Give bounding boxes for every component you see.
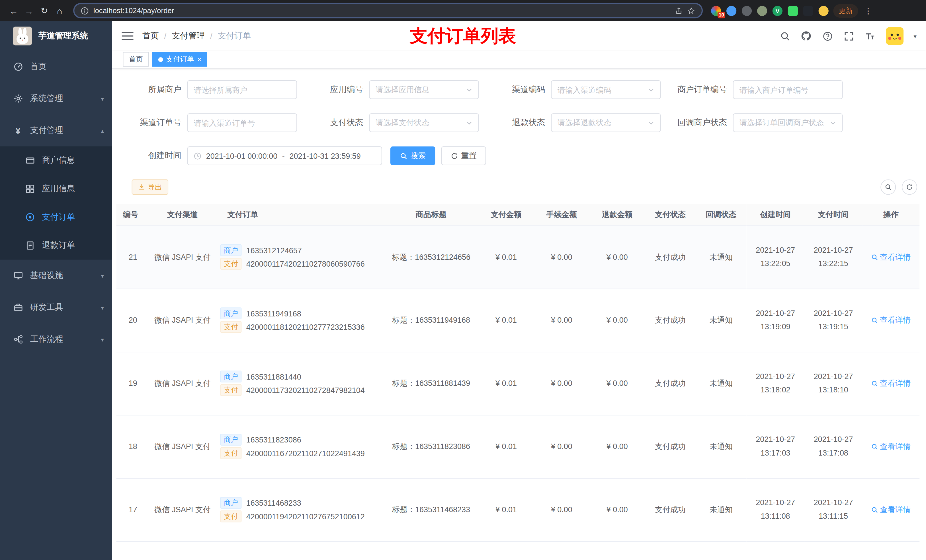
share-icon[interactable]: [675, 7, 683, 15]
user-avatar[interactable]: [886, 27, 903, 45]
site-info-icon[interactable]: [81, 7, 89, 15]
sidebar-item-dev-tools[interactable]: 研发工具 ▾: [0, 292, 112, 323]
reset-button-label: 重置: [461, 151, 477, 161]
sidebar-item-label: 商户信息: [42, 155, 75, 166]
merchant-order-no-input[interactable]: [740, 85, 836, 94]
sidebar-item-refund-order[interactable]: 退款订单: [0, 231, 112, 260]
merchant-select[interactable]: [187, 80, 297, 99]
col-pay-order: 支付订单: [220, 204, 384, 226]
view-detail-link[interactable]: 查看详情: [871, 315, 911, 325]
extension-icon-4[interactable]: [757, 6, 767, 16]
sidebar-item-app-info[interactable]: 应用信息: [0, 175, 112, 203]
help-icon[interactable]: [822, 30, 833, 42]
refresh-table-button[interactable]: [902, 179, 917, 195]
extension-icon-3[interactable]: [742, 6, 752, 16]
extension-icon-5[interactable]: V: [773, 6, 782, 16]
cell-action: 查看详情: [862, 288, 920, 352]
cell-action: 查看详情: [862, 415, 920, 478]
table-row: 21 微信 JSAPI 支付 商户 1635312124657 支付 42000…: [117, 225, 920, 288]
breadcrumb-payment[interactable]: 支付管理: [172, 31, 205, 41]
cell-pay-status: 支付成功: [645, 415, 696, 478]
breadcrumb-home[interactable]: 首页: [142, 31, 159, 41]
cell-id: 21: [117, 225, 145, 288]
extension-icon-1[interactable]: 10: [711, 6, 721, 16]
sidebar-toggle-icon[interactable]: [122, 32, 133, 40]
sidebar: 芋道管理系统 首页 系统管理 ▾ ¥ 支付管理 ▴: [0, 21, 112, 560]
sidebar-item-workflow[interactable]: 工作流程 ▾: [0, 323, 112, 355]
cell-refund: ¥ 0.00: [589, 352, 645, 415]
cell-create-time: 2021-10-2713:19:09: [747, 288, 804, 352]
fullscreen-icon[interactable]: [843, 30, 855, 42]
reset-button[interactable]: 重置: [441, 146, 486, 165]
cell-pay-time: 2021-10-2713:11:15: [804, 478, 862, 541]
sidebar-item-infrastructure[interactable]: 基础设施 ▾: [0, 260, 112, 292]
font-size-icon[interactable]: [864, 30, 876, 42]
back-icon[interactable]: ←: [6, 3, 21, 18]
export-button[interactable]: 导出: [132, 179, 169, 195]
channel-code-select[interactable]: [551, 80, 661, 99]
merchant-order-no-field[interactable]: [733, 80, 843, 99]
channel-order-no-field[interactable]: [187, 113, 297, 132]
notify-status-select[interactable]: 请选择订单回调商户状态: [733, 113, 843, 132]
cell-pay-time: 2021-10-2713:18:10: [804, 352, 862, 415]
logo-row[interactable]: 芋道管理系统: [0, 21, 112, 51]
channel-code-input[interactable]: [558, 85, 645, 94]
sidebar-item-payment[interactable]: ¥ 支付管理 ▴: [0, 115, 112, 146]
cell-channel: 微信 JSAPI 支付: [145, 352, 220, 415]
github-icon[interactable]: [801, 30, 812, 42]
search-button[interactable]: 搜索: [390, 146, 436, 165]
cell-action: 查看详情: [862, 225, 920, 288]
sidebar-item-merchant-info[interactable]: 商户信息: [0, 146, 112, 175]
chevron-down-icon[interactable]: ▾: [914, 33, 916, 39]
cell-pay-order: 商户 1635311… 支付: [220, 541, 384, 560]
extension-icon-7[interactable]: [803, 6, 813, 16]
view-detail-link[interactable]: 查看详情: [871, 378, 911, 388]
logo-image: [13, 26, 32, 45]
cell-action: 查看详情: [862, 352, 920, 415]
main-area: 首页 支付管理 支付订单: [112, 21, 926, 560]
view-detail-link[interactable]: 查看详情: [871, 441, 911, 451]
refund-status-select[interactable]: 请选择退款状态: [551, 113, 661, 132]
browser-update-button[interactable]: 更新: [833, 4, 858, 17]
close-icon[interactable]: ×: [197, 56, 201, 63]
address-bar[interactable]: localhost:1024/pay/order: [73, 3, 703, 18]
cell-create-time: [747, 541, 804, 560]
extension-icon-2[interactable]: [726, 6, 736, 16]
extension-icon-8[interactable]: [819, 6, 829, 16]
merchant-select-input[interactable]: [194, 85, 291, 94]
extension-icon-6[interactable]: [788, 6, 798, 16]
channel-order-no-input[interactable]: [194, 118, 291, 127]
view-detail-link[interactable]: 查看详情: [871, 252, 911, 263]
tab-pay-order[interactable]: 支付订单 ×: [152, 52, 207, 67]
sidebar-item-system[interactable]: 系统管理 ▾: [0, 83, 112, 115]
view-detail-link[interactable]: 查看详情: [871, 504, 911, 515]
card-icon: [25, 155, 35, 165]
sidebar-item-home[interactable]: 首页: [0, 51, 112, 83]
col-create-time: 创建时间: [747, 204, 804, 226]
app-select[interactable]: 请选择应用信息: [369, 80, 479, 99]
home-icon[interactable]: ⌂: [52, 3, 68, 18]
tab-home[interactable]: 首页: [123, 52, 149, 67]
filter-label: 所属商户: [117, 85, 188, 95]
reload-icon[interactable]: ↻: [37, 3, 52, 18]
search-icon[interactable]: [780, 30, 791, 42]
merchant-tag: 商户: [220, 245, 242, 256]
table-row: 商户 1635311… 支付 查看详情: [117, 541, 920, 560]
forward-icon[interactable]: →: [21, 3, 37, 18]
cell-create-time: 2021-10-2713:11:08: [747, 478, 804, 541]
filter-label: 支付状态: [298, 118, 369, 128]
pay-status-select[interactable]: 请选择支付状态: [369, 113, 479, 132]
sidebar-item-pay-order[interactable]: 支付订单: [0, 203, 112, 231]
col-amount: 支付金额: [478, 204, 534, 226]
breadcrumb-current: 支付订单: [218, 31, 251, 41]
toggle-search-button[interactable]: [881, 179, 896, 195]
cell-pay-order: 商户 1635311468233 支付 42000011942021102767…: [220, 478, 384, 541]
browser-menu-icon[interactable]: ⋮: [861, 3, 876, 18]
create-time-range-picker[interactable]: 2021-10-01 00:00:00 - 2021-10-31 23:59:5…: [187, 146, 382, 165]
table-body: 21 微信 JSAPI 支付 商户 1635312124657 支付 42000…: [117, 225, 920, 560]
pay-tag: 支付: [220, 321, 242, 333]
payment-submenu: 商户信息 应用信息 支付订单: [0, 146, 112, 260]
cell-notify-status: 未通知: [696, 478, 746, 541]
bookmark-star-icon[interactable]: [687, 7, 695, 15]
cell-channel: 微信 JSAPI 支付: [145, 478, 220, 541]
